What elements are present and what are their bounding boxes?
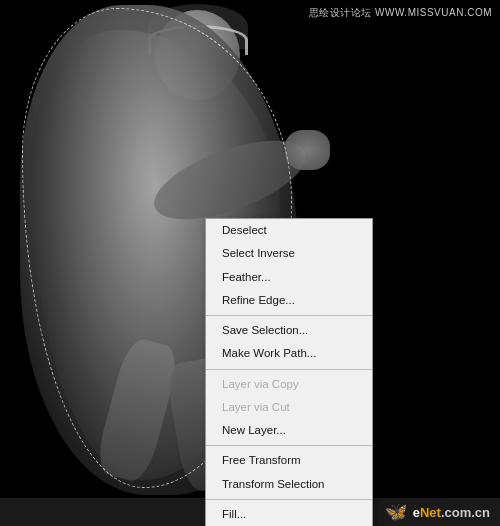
menu-separator (206, 315, 372, 316)
menu-item-save-selection[interactable]: Save Selection... (206, 319, 372, 342)
menu-separator (206, 369, 372, 370)
context-menu: DeselectSelect InverseFeather...Refine E… (205, 218, 373, 526)
menu-item-transform-selection[interactable]: Transform Selection (206, 473, 372, 496)
butterfly-icon: 🦋 (385, 501, 407, 523)
enet-logo: eNet.com.cn (413, 505, 490, 520)
menu-separator (206, 445, 372, 446)
menu-separator (206, 499, 372, 500)
menu-item-make-work-path[interactable]: Make Work Path... (206, 342, 372, 365)
menu-item-layer-via-cut[interactable]: Layer via Cut (206, 396, 372, 419)
figure-fist (285, 130, 330, 170)
menu-item-feather[interactable]: Feather... (206, 266, 372, 289)
menu-item-free-transform[interactable]: Free Transform (206, 449, 372, 472)
menu-item-deselect[interactable]: Deselect (206, 219, 372, 242)
menu-item-refine-edge[interactable]: Refine Edge... (206, 289, 372, 312)
menu-item-new-layer[interactable]: New Layer... (206, 419, 372, 442)
menu-item-layer-via-copy[interactable]: Layer via Copy (206, 373, 372, 396)
menu-item-select-inverse[interactable]: Select Inverse (206, 242, 372, 265)
watermark-text: 思绘设计论坛 WWW.MISSVUAN.COM (309, 6, 492, 20)
menu-item-fill[interactable]: Fill... (206, 503, 372, 526)
